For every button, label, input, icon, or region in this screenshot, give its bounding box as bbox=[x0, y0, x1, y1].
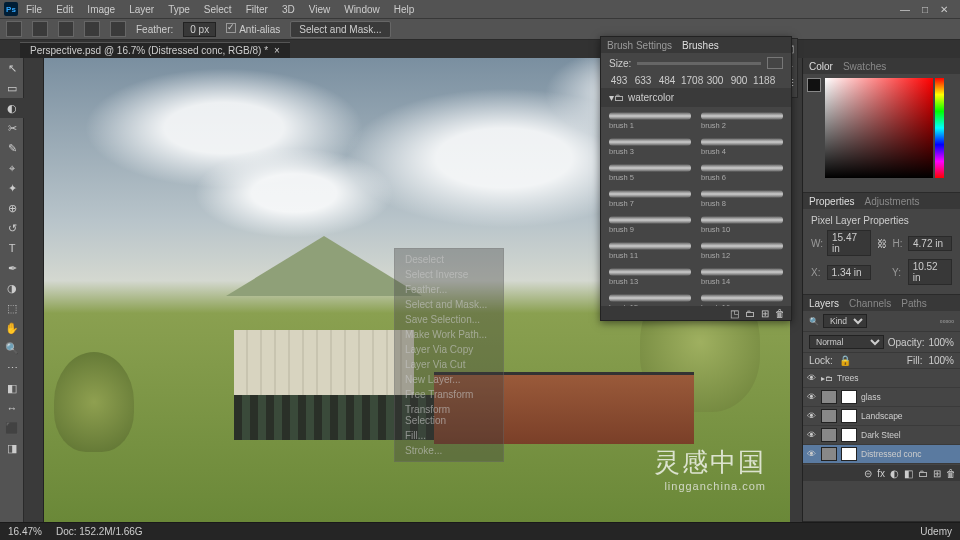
visibility-icon[interactable]: 👁 bbox=[807, 392, 817, 402]
brush-preview-icon[interactable] bbox=[767, 57, 783, 69]
brush-item[interactable]: brush 12 bbox=[697, 239, 787, 263]
fg-bg-default-icon[interactable]: ↔ bbox=[0, 398, 24, 418]
ctx-via-cut[interactable]: Layer Via Cut bbox=[395, 357, 503, 372]
new-brush-icon[interactable]: ⊞ bbox=[761, 308, 769, 319]
menu-type[interactable]: Type bbox=[162, 2, 196, 17]
fx-icon[interactable]: fx bbox=[877, 468, 885, 479]
layer-row[interactable]: 👁▸🗀Trees bbox=[803, 369, 960, 388]
ctx-work-path[interactable]: Make Work Path... bbox=[395, 327, 503, 342]
antialias-checkbox[interactable] bbox=[226, 23, 236, 33]
stamp-tool[interactable]: ⊕ bbox=[0, 198, 24, 218]
adjustment-icon[interactable]: ◧ bbox=[904, 468, 913, 479]
mask-icon[interactable]: ◐ bbox=[890, 468, 899, 479]
tab-swatches[interactable]: Swatches bbox=[843, 61, 886, 72]
ctx-new-layer[interactable]: New Layer... bbox=[395, 372, 503, 387]
blend-mode-select[interactable]: Normal bbox=[809, 335, 884, 349]
ctx-via-copy[interactable]: Layer Via Copy bbox=[395, 342, 503, 357]
brush-folder[interactable]: ▾🗀 watercolor bbox=[601, 88, 791, 107]
delete-layer-icon[interactable]: 🗑 bbox=[946, 468, 956, 479]
ctx-deselect[interactable]: Deselect bbox=[395, 252, 503, 267]
brush-item[interactable]: brush 4 bbox=[697, 135, 787, 159]
brush-item[interactable]: brush 8 bbox=[697, 187, 787, 211]
ctx-fill[interactable]: Fill... bbox=[395, 428, 503, 443]
menu-view[interactable]: View bbox=[303, 2, 337, 17]
add-selection-icon[interactable] bbox=[58, 21, 74, 37]
ctx-save-sel[interactable]: Save Selection... bbox=[395, 312, 503, 327]
link-layers-icon[interactable]: ⊝ bbox=[864, 468, 872, 479]
color-field[interactable] bbox=[825, 78, 933, 178]
layer-row[interactable]: 👁Landscape bbox=[803, 407, 960, 426]
eyedropper-tool[interactable]: ✎ bbox=[0, 138, 24, 158]
more-tools-icon[interactable]: ⋯ bbox=[0, 358, 24, 378]
visibility-icon[interactable]: 👁 bbox=[807, 449, 817, 459]
brush-item[interactable]: brush 14 bbox=[697, 265, 787, 289]
quickmask-icon[interactable]: ◨ bbox=[0, 438, 24, 458]
fg-bg-swap-icon[interactable]: ◧ bbox=[0, 378, 24, 398]
brush-item[interactable]: brush 1 bbox=[605, 109, 695, 133]
width-input[interactable]: 15.47 in bbox=[827, 230, 871, 256]
new-selection-icon[interactable] bbox=[32, 21, 48, 37]
tab-paths[interactable]: Paths bbox=[901, 298, 927, 309]
ctx-transform-sel[interactable]: Transform Selection bbox=[395, 402, 503, 428]
color-swatch[interactable] bbox=[807, 78, 821, 92]
brush-item[interactable]: brush 2 bbox=[697, 109, 787, 133]
feather-input[interactable]: 0 px bbox=[183, 22, 216, 37]
layer-row[interactable]: 👁glass bbox=[803, 388, 960, 407]
tab-adjustments[interactable]: Adjustments bbox=[865, 196, 920, 207]
vertical-ruler[interactable] bbox=[24, 58, 44, 522]
select-and-mask-button[interactable]: Select and Mask... bbox=[290, 21, 390, 38]
visibility-icon[interactable]: 👁 bbox=[807, 411, 817, 421]
menu-help[interactable]: Help bbox=[388, 2, 421, 17]
menu-image[interactable]: Image bbox=[81, 2, 121, 17]
zoom-level[interactable]: 16.47% bbox=[8, 526, 42, 537]
move-tool[interactable]: ↖ bbox=[0, 58, 24, 78]
brush-item[interactable]: brush 5 bbox=[605, 161, 695, 185]
group-icon[interactable]: 🗀 bbox=[918, 468, 928, 479]
brush-item[interactable]: brush 10 bbox=[697, 213, 787, 237]
new-group-icon[interactable]: 🗀 bbox=[745, 308, 755, 319]
lock-all-icon[interactable]: 🔒 bbox=[839, 355, 851, 366]
brushes-panel[interactable]: Brush Settings Brushes Size: 49363348417… bbox=[600, 36, 792, 321]
visibility-icon[interactable]: 👁 bbox=[807, 373, 817, 383]
pen-tool[interactable]: ✒ bbox=[0, 258, 24, 278]
tool-preset-icon[interactable] bbox=[6, 21, 22, 37]
crop-tool[interactable]: ✂ bbox=[0, 118, 24, 138]
menu-layer[interactable]: Layer bbox=[123, 2, 160, 17]
brush-size-slider[interactable] bbox=[637, 62, 761, 65]
tab-color[interactable]: Color bbox=[809, 61, 833, 72]
marquee-tool[interactable]: ▭ bbox=[0, 78, 24, 98]
menu-select[interactable]: Select bbox=[198, 2, 238, 17]
maximize-icon[interactable]: □ bbox=[922, 4, 928, 15]
path-tool[interactable]: ⬚ bbox=[0, 298, 24, 318]
layer-kind-select[interactable]: Kind bbox=[823, 314, 867, 328]
menu-window[interactable]: Window bbox=[338, 2, 386, 17]
visibility-icon[interactable]: 👁 bbox=[807, 430, 817, 440]
ctx-stroke[interactable]: Stroke... bbox=[395, 443, 503, 458]
tab-channels[interactable]: Channels bbox=[849, 298, 891, 309]
intersect-selection-icon[interactable] bbox=[110, 21, 126, 37]
foreground-color[interactable]: ⬛ bbox=[0, 418, 24, 438]
spot-heal-tool[interactable]: ⌖ bbox=[0, 158, 24, 178]
tab-brushes[interactable]: Brushes bbox=[682, 40, 719, 51]
lasso-tool[interactable]: ◐ bbox=[0, 98, 24, 118]
doc-info[interactable]: Doc: 152.2M/1.66G bbox=[56, 526, 143, 537]
opacity-value[interactable]: 100% bbox=[928, 337, 954, 348]
x-input[interactable]: 1.34 in bbox=[827, 265, 871, 280]
menu-file[interactable]: File bbox=[20, 2, 48, 17]
close-icon[interactable]: ✕ bbox=[940, 4, 948, 15]
brush-tool[interactable]: ✦ bbox=[0, 178, 24, 198]
subtract-selection-icon[interactable] bbox=[84, 21, 100, 37]
tab-close-icon[interactable]: × bbox=[274, 45, 280, 56]
tab-brush-settings[interactable]: Brush Settings bbox=[607, 40, 672, 51]
layer-row[interactable]: 👁Dark Steel bbox=[803, 426, 960, 445]
tab-properties[interactable]: Properties bbox=[809, 196, 855, 207]
shape-tool[interactable]: ◑ bbox=[0, 278, 24, 298]
ctx-select-mask[interactable]: Select and Mask... bbox=[395, 297, 503, 312]
brush-tip-presets[interactable]: 49363348417083009001188 bbox=[601, 73, 791, 88]
new-layer-icon[interactable]: ⊞ bbox=[933, 468, 941, 479]
brush-item[interactable]: brush 11 bbox=[605, 239, 695, 263]
menu-edit[interactable]: Edit bbox=[50, 2, 79, 17]
flyout-icon[interactable]: ◳ bbox=[730, 308, 739, 319]
hue-slider[interactable] bbox=[935, 78, 944, 178]
ctx-free-transform[interactable]: Free Transform bbox=[395, 387, 503, 402]
